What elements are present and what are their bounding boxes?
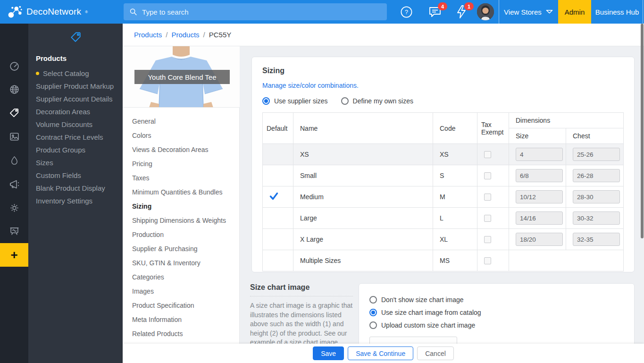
tax-exempt-checkbox[interactable] — [484, 194, 491, 201]
product-nav-item[interactable]: SKU, GTIN & Inventory — [123, 256, 239, 270]
product-nav-item[interactable]: Sizing — [123, 199, 239, 213]
manage-size-color-link[interactable]: Manage size/color combinations. — [262, 82, 359, 89]
chest-input[interactable] — [573, 148, 620, 161]
size-chart-option[interactable]: Upload custom size chart image — [369, 319, 624, 331]
sidebar-menu-item[interactable]: Supplier Account Details — [28, 93, 123, 105]
product-nav-item[interactable]: Images — [123, 284, 239, 298]
sidebar-blanks-icon[interactable] — [0, 151, 28, 169]
product-nav-item-label: Related Products — [132, 330, 183, 338]
breadcrumb-separator: / — [203, 31, 205, 39]
tax-exempt-checkbox[interactable] — [484, 257, 491, 264]
active-catalog-dot-icon — [36, 72, 39, 75]
product-nav-item[interactable]: Meta Information — [123, 312, 239, 327]
search-input[interactable] — [142, 8, 381, 16]
product-nav-item[interactable]: Minimum Quantities & Bundles — [123, 185, 239, 199]
size-input[interactable] — [516, 148, 563, 161]
product-nav-item[interactable]: Pricing — [123, 157, 239, 171]
sidebar-marketing-icon[interactable] — [0, 175, 28, 194]
sizes-table: Default Name Code Tax Exempt Dimensions … — [262, 112, 624, 271]
sidebar-menu-item[interactable]: Sizes — [28, 156, 123, 169]
sidebar-dashboard-icon[interactable] — [0, 57, 28, 76]
sidebar-menu-item[interactable]: Custom Fields — [28, 169, 123, 182]
user-avatar[interactable] — [477, 3, 494, 20]
sidebar-menu-item[interactable]: Product Groups — [28, 144, 123, 156]
product-nav-item[interactable]: Product Specification — [123, 298, 239, 312]
help-icon: ? — [400, 6, 413, 18]
sidebar-menu-item[interactable]: Volume Discounts — [28, 118, 123, 131]
chest-input[interactable] — [573, 233, 620, 246]
sidebar-settings-icon[interactable] — [0, 198, 28, 217]
sidebar-menu-item[interactable]: Decoration Areas — [28, 105, 123, 118]
default-size-cell[interactable] — [263, 144, 293, 165]
default-size-cell[interactable] — [263, 250, 293, 271]
radio-icon[interactable] — [341, 97, 349, 105]
add-new-button[interactable]: + — [0, 243, 28, 267]
global-search[interactable] — [124, 3, 387, 20]
product-nav-item[interactable]: Colors — [123, 128, 239, 143]
header-divider-right — [643, 0, 643, 24]
size-row: MediumM — [263, 186, 624, 208]
product-nav-item-label: Categories — [132, 273, 164, 281]
tax-exempt-checkbox[interactable] — [484, 151, 491, 158]
radio-icon[interactable] — [262, 97, 270, 105]
tax-exempt-checkbox[interactable] — [484, 236, 491, 243]
product-nav-item[interactable]: Taxes — [123, 171, 239, 185]
default-size-cell[interactable] — [263, 208, 293, 229]
size-chart-option[interactable]: Don't show size chart image — [369, 293, 624, 306]
cancel-button[interactable]: Cancel — [417, 346, 454, 360]
vertical-scrollbar[interactable] — [641, 24, 644, 238]
sidebar-menu-item[interactable]: Inventory Settings — [28, 194, 123, 207]
product-nav-item[interactable]: Views & Decoration Areas — [123, 143, 239, 157]
radio-icon[interactable] — [369, 296, 377, 304]
sidebar-designs-icon[interactable] — [0, 127, 28, 146]
sidebar-menu-item[interactable]: Supplier Product Markup — [28, 80, 123, 93]
use-supplier-sizes-option[interactable]: Use supplier sizes — [262, 97, 328, 105]
product-nav-item[interactable]: Production — [123, 228, 239, 242]
size-code-cell: XS — [433, 144, 477, 165]
product-nav-item[interactable]: Shipping Dimensions & Weights — [123, 213, 239, 228]
save-button[interactable]: Save — [313, 346, 344, 360]
size-chart-option[interactable]: Use size chart image from catalog — [369, 306, 624, 319]
breadcrumb-products-2[interactable]: Products — [171, 31, 199, 39]
size-input[interactable] — [516, 211, 563, 225]
sidebar-artboard-icon[interactable] — [0, 221, 28, 240]
size-input[interactable] — [516, 190, 563, 203]
chest-input[interactable] — [573, 190, 620, 203]
product-nav-item[interactable]: Related Products — [123, 327, 239, 341]
chest-input[interactable] — [573, 169, 620, 182]
sidebar-menu: Select Catalog Supplier Product Markup S… — [28, 67, 123, 207]
radio-icon[interactable] — [369, 309, 377, 316]
define-own-sizes-option[interactable]: Define my own sizes — [341, 97, 413, 105]
sidebar-menu-item[interactable]: Contract Price Levels — [28, 131, 123, 144]
default-size-cell[interactable] — [263, 229, 293, 250]
tab-admin[interactable]: Admin — [558, 0, 591, 24]
tab-business-hub[interactable]: Business Hub — [591, 0, 643, 24]
sidebar-menu-item[interactable]: Select Catalog — [28, 67, 123, 80]
top-header: DecoNetwork ® ? 4 1 — [0, 0, 644, 24]
size-input[interactable] — [516, 169, 563, 182]
view-stores-button[interactable]: View Stores — [503, 0, 554, 24]
chest-input[interactable] — [573, 211, 620, 225]
sidebar-websites-icon[interactable] — [0, 80, 28, 99]
product-nav-item-label: SKU, GTIN & Inventory — [132, 259, 201, 267]
sidebar-menu-item[interactable]: Blank Product Display — [28, 182, 123, 194]
size-chart-label-column: Size chart image A size chart image is a… — [250, 283, 353, 347]
product-image[interactable]: Youth Core Blend Tee — [123, 46, 240, 108]
deconetwork-logo[interactable]: DecoNetwork ® — [7, 4, 88, 20]
default-size-cell[interactable] — [263, 165, 293, 186]
product-nav-item[interactable]: Supplier & Purchasing — [123, 242, 239, 256]
size-input[interactable] — [516, 233, 563, 246]
default-size-cell[interactable] — [263, 186, 293, 208]
product-nav-item[interactable]: General — [123, 114, 239, 128]
save-continue-button[interactable]: Save & Continue — [348, 346, 413, 360]
sidebar-section-title[interactable]: Products — [36, 54, 67, 62]
header-divider — [499, 0, 499, 24]
radio-icon[interactable] — [369, 321, 377, 329]
product-nav-item[interactable]: Categories — [123, 270, 239, 284]
breadcrumb-products-1[interactable]: Products — [134, 31, 162, 39]
tax-exempt-checkbox[interactable] — [484, 215, 491, 222]
tax-exempt-checkbox[interactable] — [484, 172, 491, 179]
view-stores-label: View Stores — [504, 8, 542, 16]
sidebar-products-icon[interactable] — [0, 103, 28, 122]
help-button[interactable]: ? — [399, 0, 414, 24]
